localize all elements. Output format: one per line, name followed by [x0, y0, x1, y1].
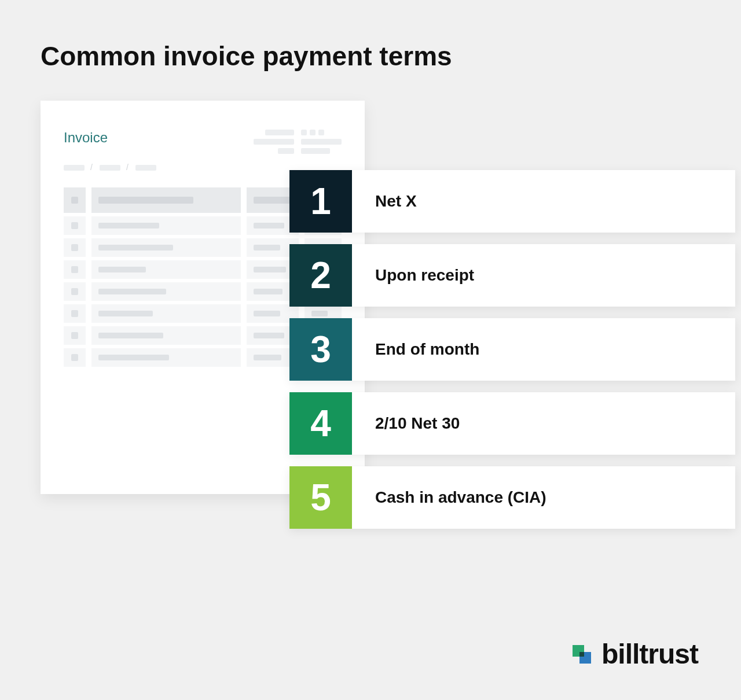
item-number: 2 — [289, 244, 352, 307]
item-number: 1 — [289, 170, 352, 233]
item-number: 3 — [289, 318, 352, 381]
content-area: Invoice / / — [41, 101, 700, 552]
invoice-meta-placeholder — [254, 130, 342, 154]
brand: billtrust — [570, 638, 698, 670]
item-number: 4 — [289, 392, 352, 455]
terms-list: 1 Net X 2 Upon receipt 3 End of month 4 … — [289, 170, 735, 529]
list-item: 5 Cash in advance (CIA) — [289, 466, 735, 529]
list-item: 3 End of month — [289, 318, 735, 381]
item-label: End of month — [352, 318, 735, 381]
item-label: Cash in advance (CIA) — [352, 466, 735, 529]
item-number: 5 — [289, 466, 352, 529]
item-label: Upon receipt — [352, 244, 735, 307]
item-label: Net X — [352, 170, 735, 233]
list-item: 2 Upon receipt — [289, 244, 735, 307]
list-item: 1 Net X — [289, 170, 735, 233]
list-item: 4 2/10 Net 30 — [289, 392, 735, 455]
page-title: Common invoice payment terms — [41, 40, 700, 72]
svg-marker-2 — [579, 652, 584, 657]
brand-name: billtrust — [601, 638, 698, 670]
brand-logo-icon — [570, 643, 593, 666]
invoice-label: Invoice — [64, 130, 108, 146]
item-label: 2/10 Net 30 — [352, 392, 735, 455]
